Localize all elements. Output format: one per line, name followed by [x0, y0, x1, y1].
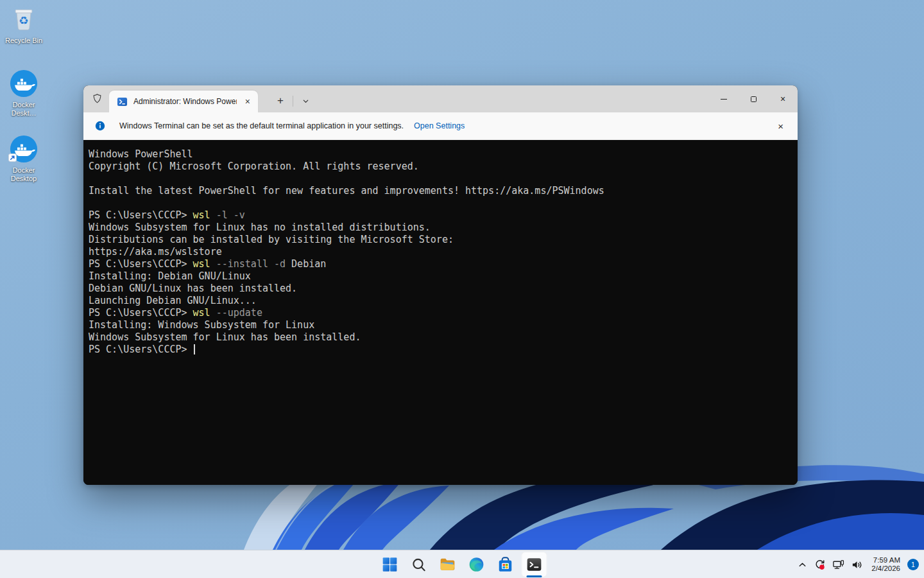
terminal-line: PS C:\Users\CCCP> wsl -l -v: [89, 209, 792, 222]
desktop-icon-docker-desktop[interactable]: DockerDeskt…: [0, 68, 47, 118]
minimize-icon: [721, 99, 727, 100]
close-button[interactable]: ×: [768, 85, 798, 112]
window-titlebar[interactable]: Administrator: Windows PowerShell × + ×: [83, 85, 798, 112]
clock[interactable]: 7:59 AM 2/4/2026: [871, 556, 900, 574]
recycle-icon: ♻: [0, 4, 47, 35]
desktop-icon-label: Recycle Bin: [0, 37, 47, 45]
terminal-window: Administrator: Windows PowerShell × + × …: [83, 85, 798, 485]
windows-update-icon[interactable]: [812, 556, 828, 574]
terminal-line: Installing: Debian GNU/Linux: [89, 270, 792, 283]
notification-badge[interactable]: 1: [907, 559, 919, 570]
default-terminal-banner: Windows Terminal can be set as the defau…: [83, 112, 798, 140]
new-tab-button[interactable]: +: [272, 92, 289, 109]
terminal-line: Installing: Windows Subsystem for Linux: [89, 319, 792, 331]
taskbar-file-explorer-button[interactable]: [435, 552, 461, 577]
taskbar-edge-button[interactable]: [464, 552, 490, 577]
terminal-line: Windows PowerShell: [89, 148, 792, 161]
terminal-line: PS C:\Users\CCCP>: [89, 344, 792, 356]
terminal-line: Debian GNU/Linux has been installed.: [89, 283, 792, 295]
terminal-line: Distributions can be installed by visiti…: [89, 234, 792, 246]
admin-shield-icon: [92, 93, 103, 107]
terminal-line: Launching Debian GNU/Linux...: [89, 295, 792, 307]
maximize-icon: [751, 96, 757, 102]
system-tray: 7:59 AM 2/4/2026 1: [796, 550, 919, 578]
taskbar: 7:59 AM 2/4/2026 1: [0, 550, 924, 578]
desktop-icon-label: DockerDesktop: [0, 166, 47, 183]
info-icon: [95, 121, 105, 131]
terminal-line: PS C:\Users\CCCP> wsl --update: [89, 307, 792, 319]
terminal-line: https://aka.ms/wslstore: [89, 246, 792, 258]
desktop-icon-recycle-bin[interactable]: ♻Recycle Bin: [0, 4, 47, 45]
terminal-line: Windows Subsystem for Linux has no insta…: [89, 222, 792, 234]
banner-message: Windows Terminal can be set as the defau…: [119, 121, 404, 130]
svg-text:♻: ♻: [19, 14, 29, 27]
tab-dropdown-button[interactable]: [297, 92, 314, 109]
desktop-icon-docker-desktop-shortcut[interactable]: DockerDesktop: [0, 134, 47, 183]
taskbar-microsoft-store-button[interactable]: [493, 552, 518, 577]
tab-close-icon[interactable]: ×: [243, 96, 253, 107]
open-settings-link[interactable]: Open Settings: [414, 121, 465, 130]
clock-time: 7:59 AM: [871, 556, 900, 565]
terminal-line: [89, 197, 792, 209]
desktop-icon-label: DockerDeskt…: [0, 101, 47, 118]
terminal-output[interactable]: Windows PowerShellCopyright (C) Microsof…: [83, 140, 798, 485]
taskbar-terminal-button[interactable]: [522, 552, 547, 577]
tab-separator: [293, 96, 293, 107]
terminal-line: Windows Subsystem for Linux has been ins…: [89, 331, 792, 344]
volume-icon[interactable]: [849, 556, 865, 574]
tray-chevron-up-icon[interactable]: [796, 557, 809, 572]
docker-icon: [0, 134, 47, 164]
taskbar-start-button[interactable]: [377, 552, 403, 577]
taskbar-search-button[interactable]: [406, 552, 432, 577]
tab-title: Administrator: Windows PowerShell: [133, 97, 237, 106]
minimize-button[interactable]: [709, 85, 739, 112]
terminal-line: Copyright (C) Microsoft Corporation. All…: [89, 161, 792, 173]
terminal-line: PS C:\Users\CCCP> wsl --install -d Debia…: [89, 258, 792, 270]
powershell-icon: [117, 96, 128, 107]
clock-date: 2/4/2026: [871, 565, 900, 574]
docker-icon: [0, 68, 47, 99]
text-cursor: [194, 344, 195, 355]
maximize-button[interactable]: [739, 85, 768, 112]
network-icon[interactable]: [830, 556, 846, 574]
terminal-line: [89, 173, 792, 185]
tab-powershell[interactable]: Administrator: Windows PowerShell ×: [109, 91, 258, 112]
terminal-line: Install the latest PowerShell for new fe…: [89, 185, 792, 197]
shortcut-arrow-icon: [8, 153, 17, 164]
banner-close-icon[interactable]: ×: [774, 119, 787, 133]
